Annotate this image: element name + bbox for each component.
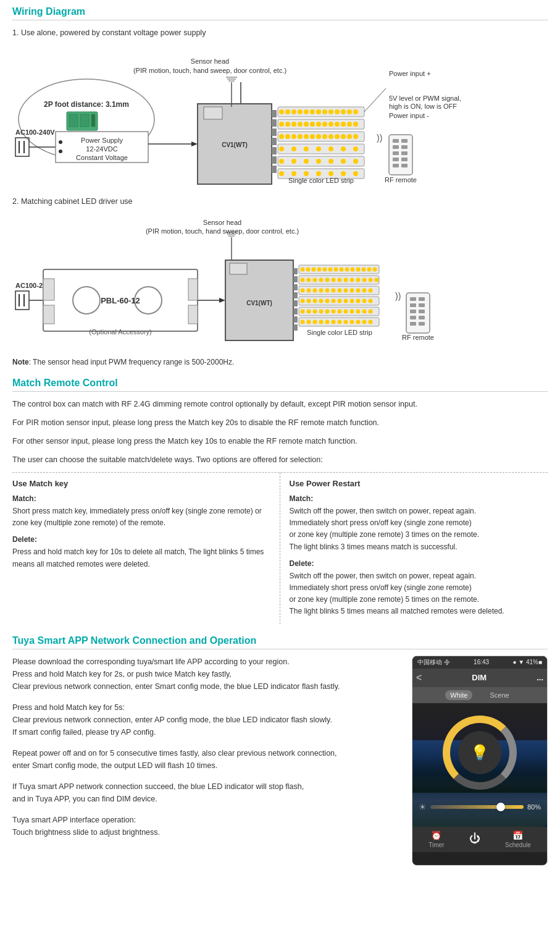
svg-point-230 (356, 320, 361, 324)
svg-point-218 (362, 310, 367, 314)
svg-point-78 (341, 146, 346, 151)
svg-point-70 (347, 134, 352, 139)
svg-point-227 (338, 320, 342, 324)
svg-text:Single color LED strip: Single color LED strip (307, 329, 372, 336)
svg-point-175 (344, 278, 348, 282)
svg-point-65 (316, 134, 321, 139)
svg-point-157 (323, 268, 327, 272)
svg-point-74 (291, 146, 296, 151)
match-key-match-text: Short press match key, immediately press… (12, 505, 274, 529)
power-restart-delete-text: Switch off the power, then switch on pow… (290, 570, 542, 618)
svg-point-42 (347, 109, 352, 114)
app-brightness-slider[interactable] (430, 805, 524, 809)
svg-text:Power input -: Power input - (389, 112, 429, 119)
svg-point-206 (369, 299, 373, 303)
use-match-key-column: Use Match key Match: Short press match k… (12, 473, 280, 624)
sun-icon-small: ☀ (419, 802, 427, 812)
timer-icon: ⏰ (431, 830, 441, 840)
app-tabs: White Scene (412, 687, 547, 703)
match-key-delete-text: Press and hold match key for 10s to dele… (12, 546, 274, 570)
svg-point-60 (285, 134, 290, 139)
svg-point-66 (322, 134, 327, 139)
svg-point-68 (335, 134, 340, 139)
svg-point-215 (344, 310, 348, 314)
svg-text:Sensor head: Sensor head (203, 219, 241, 226)
subsection1-label: 1. Use alone, powered by constant voltag… (12, 27, 548, 39)
tuya-section-title: Tuya Smart APP Network Connection and Op… (12, 635, 548, 649)
schedule-icon: 📅 (512, 830, 523, 840)
app-dimmer-wheel[interactable]: 💡 (443, 716, 517, 790)
svg-point-34 (298, 109, 303, 114)
svg-point-193 (369, 289, 373, 293)
svg-point-90 (291, 171, 296, 176)
app-tab-white[interactable]: White (445, 690, 472, 700)
app-schedule-button[interactable]: 📅 Schedule (505, 830, 531, 848)
svg-text:Sensor head: Sensor head (191, 57, 229, 65)
svg-point-186 (325, 289, 330, 293)
svg-rect-25 (272, 129, 277, 136)
svg-point-59 (279, 134, 284, 139)
svg-point-158 (328, 268, 333, 272)
svg-point-62 (298, 134, 303, 139)
svg-rect-106 (393, 145, 399, 149)
svg-text:)): )) (395, 291, 401, 301)
use-power-restart-column: Use Power Restart Match: Switch off the … (280, 473, 548, 624)
svg-point-87 (353, 159, 358, 164)
app-back-button[interactable]: < (416, 672, 422, 683)
svg-text:Power Supply: Power Supply (81, 137, 123, 144)
svg-point-177 (356, 278, 361, 282)
app-status-time: 16:43 (474, 659, 489, 665)
svg-point-69 (341, 134, 346, 139)
svg-point-160 (340, 268, 344, 272)
svg-rect-245 (419, 322, 425, 326)
svg-point-61 (291, 134, 296, 139)
svg-point-199 (325, 299, 330, 303)
svg-rect-126 (15, 291, 29, 310)
svg-point-162 (351, 268, 355, 272)
svg-rect-238 (410, 303, 416, 307)
svg-point-79 (353, 146, 358, 151)
svg-text:high is ON, low is OFF: high is ON, low is OFF (389, 103, 457, 110)
svg-point-212 (325, 310, 330, 314)
svg-point-67 (328, 134, 333, 139)
svg-point-176 (350, 278, 354, 282)
svg-text:Constant Voltage: Constant Voltage (76, 154, 128, 161)
svg-rect-3 (80, 114, 89, 127)
svg-rect-149 (293, 308, 298, 315)
slider-thumb[interactable] (496, 803, 505, 811)
svg-rect-239 (419, 303, 425, 307)
svg-rect-104 (393, 139, 399, 143)
svg-point-91 (304, 171, 309, 176)
svg-point-188 (338, 289, 342, 293)
tuya-content: Please download the corresponding tuya/s… (12, 656, 548, 866)
timer-label: Timer (428, 842, 444, 848)
svg-point-196 (307, 299, 311, 303)
svg-rect-147 (293, 292, 298, 298)
svg-rect-132 (43, 305, 54, 324)
svg-point-213 (332, 310, 336, 314)
svg-marker-140 (219, 298, 225, 303)
svg-rect-243 (419, 316, 425, 319)
tuya-para-5: Tuya smart APP interface operation: Touc… (12, 814, 399, 838)
svg-point-210 (313, 310, 317, 314)
app-timer-button[interactable]: ⏰ Timer (428, 830, 444, 848)
wiring-diagram-1: 2P foot distance: 3.1mm AC100-240V Power… (12, 45, 548, 189)
svg-text:CV1(WT): CV1(WT) (246, 300, 272, 306)
svg-point-49 (304, 122, 309, 127)
svg-point-224 (319, 320, 324, 324)
bulb-icon: 💡 (470, 744, 489, 761)
app-more-button[interactable]: ... (537, 673, 543, 682)
svg-marker-16 (191, 141, 198, 146)
app-tab-scene[interactable]: Scene (485, 690, 514, 700)
app-power-button[interactable]: ⏻ (469, 832, 480, 847)
svg-point-226 (332, 320, 336, 324)
svg-rect-111 (401, 158, 407, 161)
schedule-label: Schedule (505, 842, 531, 848)
svg-rect-144 (293, 268, 298, 274)
svg-point-166 (373, 268, 377, 272)
svg-rect-146 (293, 284, 298, 290)
app-brightness-row: ☀ 80% (419, 802, 541, 812)
svg-point-164 (362, 268, 366, 272)
match-remote-title: Match Remote Control (12, 378, 548, 392)
desc-line-4: The user can choose the suitable match/d… (12, 454, 548, 466)
